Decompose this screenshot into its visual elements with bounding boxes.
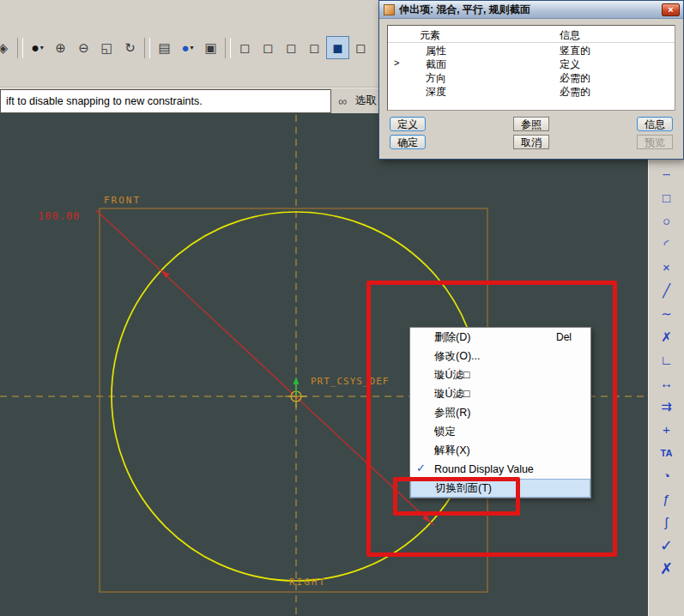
dialog-title: 伸出项: 混合, 平行, 规则截面 <box>399 3 662 17</box>
dimension-tool-icon[interactable]: ↔ <box>654 371 680 395</box>
preview-button: 预览 <box>637 135 673 149</box>
table-row[interactable]: 方向 必需的 <box>388 70 675 84</box>
toolbar-separator <box>144 38 150 58</box>
point-display-glyph: ● <box>181 40 189 55</box>
table-row[interactable]: 属性 竖直的 <box>388 43 675 57</box>
view-right-icon[interactable]: ◻ <box>280 36 303 59</box>
toolbar-separator <box>17 38 23 58</box>
toolbar-row: ◈ ●▾ ⊕ ⊖ ◱ ↻ ▤ ●▾ ▣ ◻ ◻ ◻ ◻ ◼ ◻ <box>0 36 372 59</box>
datum-display-icon[interactable]: ◈ <box>0 36 15 59</box>
palette-tool-icon[interactable]: ◔ <box>654 464 680 487</box>
shaded-view-icon[interactable]: ●▾ <box>26 36 49 59</box>
current-row-marker: > <box>394 57 399 68</box>
ok-button[interactable]: 确定 <box>390 135 426 149</box>
dialog-system-icon <box>384 4 395 15</box>
status-message: ift to disable snapping to new constrain… <box>6 95 203 107</box>
element-info: 必需的 <box>560 85 590 100</box>
application-window: ◈ ●▾ ⊕ ⊖ ◱ ↻ ▤ ●▾ ▣ ◻ ◻ ◻ ◻ ◼ ◻ ift to d… <box>0 0 684 616</box>
zoom-out-icon[interactable]: ⊖ <box>72 36 95 59</box>
right-datum-label[interactable]: RIGHT <box>289 577 326 588</box>
button-column-middle: 参照 取消 <box>513 117 549 149</box>
annotation-highlight-box-menu-item <box>393 477 520 516</box>
corner-tool-icon[interactable]: ∟ <box>654 348 680 371</box>
zoom-window-icon[interactable]: ◱ <box>95 36 118 59</box>
copy-icon[interactable]: ▣ <box>199 36 222 59</box>
circle-tool-icon[interactable]: ○ <box>654 209 680 233</box>
message-area: ift to disable snapping to new constrain… <box>0 89 331 113</box>
chain-link-icon: ∞ <box>338 94 347 108</box>
delete-segment-icon[interactable]: ✗ <box>654 325 680 348</box>
csys-y-axis-arrowhead <box>294 377 300 384</box>
view-active-icon[interactable]: ◼ <box>326 36 349 59</box>
button-column-left: 定义 确定 <box>390 117 426 149</box>
offset-tool-icon[interactable]: ⇉ <box>654 395 680 418</box>
diameter-dimension-value[interactable]: 100.00 <box>38 210 80 222</box>
text-tool-icon[interactable]: TA <box>654 441 680 464</box>
chevron-down-icon[interactable]: ▾ <box>191 44 194 51</box>
shaded-view-glyph: ● <box>31 40 39 56</box>
repaint-icon[interactable]: ↻ <box>118 36 142 59</box>
rectangle-tool-icon[interactable]: □ <box>654 186 680 209</box>
element-table: 元素 信息 属性 竖直的 > 截面 定义 方向 必需的 <box>387 25 675 111</box>
cancel-button[interactable]: 取消 <box>513 135 549 149</box>
dialog-titlebar[interactable]: 伸出项: 混合, 平行, 规则截面 × <box>379 1 683 19</box>
column-header-info: 信息 <box>560 28 580 43</box>
select-filter-label[interactable]: 选取 <box>355 94 377 108</box>
sketcher-toolbar: ┄ □ ○ ◜ × ╱ ∼ ✗ ∟ ↔ ⇉ + TA ◔ ƒ ʃ ✓ ✗ <box>648 113 684 616</box>
point-tool-icon[interactable]: + <box>654 418 680 441</box>
point-display-icon[interactable]: ●▾ <box>176 36 199 59</box>
element-name: 深度 <box>426 85 446 100</box>
table-row[interactable]: > 截面 定义 <box>388 57 675 70</box>
toolbar-separator <box>225 38 231 58</box>
dialog-body: 元素 信息 属性 竖直的 > 截面 定义 方向 必需的 <box>379 19 683 149</box>
arc-tool-icon[interactable]: ◜ <box>654 233 680 256</box>
fillet-tool-icon[interactable]: × <box>654 256 680 279</box>
view-top-icon[interactable]: ◻ <box>303 36 326 59</box>
table-row[interactable]: 深度 必需的 <box>388 84 675 98</box>
view-front-icon[interactable]: ◻ <box>257 36 280 59</box>
front-datum-label[interactable]: FRONT <box>104 195 141 206</box>
refs-button[interactable]: 参照 <box>513 117 549 131</box>
button-column-right: 信息 预览 <box>637 117 673 149</box>
saved-view-icon[interactable]: ◻ <box>233 36 257 59</box>
dialog-buttons: 定义 确定 参照 取消 信息 预览 <box>387 117 675 149</box>
define-button[interactable]: 定义 <box>390 117 426 131</box>
zoom-in-icon[interactable]: ⊕ <box>49 36 72 59</box>
column-header-element: 元素 <box>420 28 440 43</box>
line-tool-icon[interactable]: ╱ <box>654 279 680 302</box>
accept-sketch-icon[interactable]: ✓ <box>654 534 680 557</box>
spline-tool-icon[interactable]: ∼ <box>654 302 680 325</box>
constraint-tool-icon[interactable]: ʃ <box>654 510 680 534</box>
layers-icon[interactable]: ▤ <box>153 36 176 59</box>
centerline-tool-icon[interactable]: ┄ <box>654 163 680 186</box>
close-icon[interactable]: × <box>662 3 680 16</box>
feature-dialog: 伸出项: 混合, 平行, 规则截面 × 元素 信息 属性 竖直的 > 截面 定义 <box>378 0 684 160</box>
chevron-down-icon[interactable]: ▾ <box>40 44 44 51</box>
info-button[interactable]: 信息 <box>637 117 673 131</box>
cancel-sketch-icon[interactable]: ✗ <box>654 557 680 580</box>
element-table-header: 元素 信息 <box>388 26 675 43</box>
view-extra-icon[interactable]: ◻ <box>349 36 372 59</box>
modify-tool-icon[interactable]: ƒ <box>654 487 680 510</box>
